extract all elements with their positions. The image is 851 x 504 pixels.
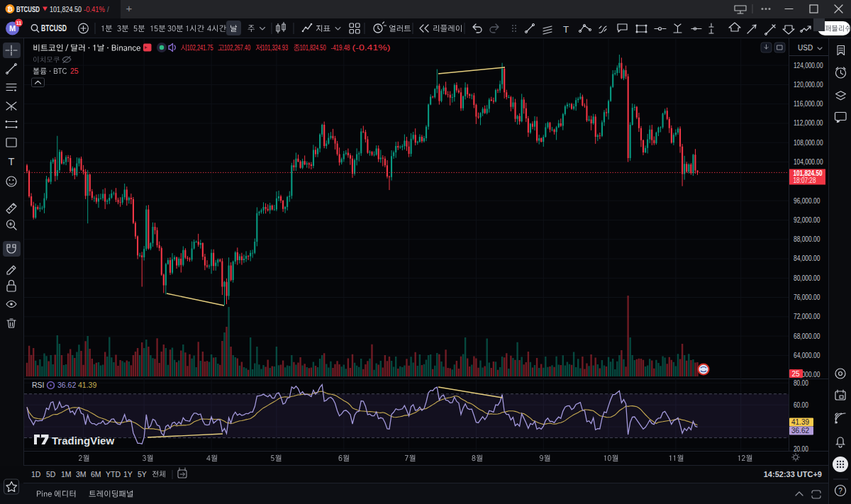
svg-text:76,000.00: 76,000.00 bbox=[794, 293, 821, 301]
svg-text:64,000.00: 64,000.00 bbox=[794, 351, 821, 359]
svg-text:36.62: 36.62 bbox=[791, 427, 809, 435]
svg-text:?: ? bbox=[838, 487, 842, 495]
svg-text:41.39: 41.39 bbox=[791, 418, 809, 426]
svg-text:80,000.00: 80,000.00 bbox=[794, 274, 821, 282]
svg-text:80.00: 80.00 bbox=[794, 379, 808, 387]
svg-text:116,000.00: 116,000.00 bbox=[794, 99, 823, 108]
svg-text:104,000.00: 104,000.00 bbox=[794, 157, 823, 166]
svg-text:20.00: 20.00 bbox=[794, 444, 808, 453]
svg-text:RSI: RSI bbox=[32, 381, 45, 389]
svg-text:120,000.00: 120,000.00 bbox=[794, 80, 823, 89]
svg-text:₿: ₿ bbox=[7, 5, 13, 13]
svg-text:-0.41%: -0.41% bbox=[84, 5, 105, 13]
svg-text:1Y: 1Y bbox=[123, 470, 133, 478]
svg-text:5Y: 5Y bbox=[138, 470, 147, 478]
svg-text:84,000.00: 84,000.00 bbox=[794, 254, 821, 262]
svg-text:101,824.50: 101,824.50 bbox=[300, 43, 326, 52]
svg-text:5D: 5D bbox=[46, 470, 56, 478]
svg-text:18:07:28: 18:07:28 bbox=[794, 177, 816, 184]
svg-text:68,000.00: 68,000.00 bbox=[794, 332, 821, 340]
svg-text:102,267.40: 102,267.40 bbox=[224, 43, 250, 52]
svg-text:+: + bbox=[126, 2, 133, 14]
svg-text:1M: 1M bbox=[61, 470, 72, 478]
svg-text:BTCUSD: BTCUSD bbox=[41, 23, 67, 33]
svg-text:41.39: 41.39 bbox=[78, 381, 96, 389]
svg-text:1D: 1D bbox=[31, 470, 41, 478]
svg-text:112,000.00: 112,000.00 bbox=[794, 118, 823, 127]
svg-text:96,000.00: 96,000.00 bbox=[794, 196, 821, 205]
svg-text:36.62: 36.62 bbox=[57, 381, 76, 389]
svg-text:YTD: YTD bbox=[106, 470, 121, 478]
svg-text:25: 25 bbox=[791, 370, 800, 378]
svg-text:6M: 6M bbox=[91, 470, 101, 478]
svg-text:11: 11 bbox=[16, 21, 22, 26]
svg-text:102,241.75: 102,241.75 bbox=[187, 43, 213, 52]
svg-text:T: T bbox=[563, 24, 569, 35]
svg-text:101,324.93: 101,324.93 bbox=[262, 43, 288, 52]
svg-text:(-0.41%): (-0.41%) bbox=[352, 43, 391, 52]
svg-text:108,000.00: 108,000.00 bbox=[794, 138, 823, 147]
svg-text:T: T bbox=[9, 156, 15, 167]
svg-text:M: M bbox=[9, 24, 16, 33]
svg-text:-419.48: -419.48 bbox=[331, 43, 350, 52]
svg-text:TradingView: TradingView bbox=[52, 435, 114, 447]
svg-text:BTCUSD: BTCUSD bbox=[16, 5, 40, 13]
svg-text:101,824.50: 101,824.50 bbox=[50, 5, 82, 13]
svg-text:14:52:33 UTC+9: 14:52:33 UTC+9 bbox=[764, 470, 822, 478]
svg-text:60.00: 60.00 bbox=[794, 401, 808, 409]
svg-text:3M: 3M bbox=[76, 470, 87, 478]
svg-text:92,000.00: 92,000.00 bbox=[794, 215, 821, 224]
svg-text:USD: USD bbox=[798, 44, 813, 52]
svg-text:25: 25 bbox=[70, 67, 79, 75]
svg-text:124,000.00: 124,000.00 bbox=[794, 61, 823, 69]
svg-text:88,000.00: 88,000.00 bbox=[794, 235, 821, 243]
svg-text:/: / bbox=[107, 6, 109, 13]
svg-text:72,000.00: 72,000.00 bbox=[794, 312, 821, 320]
